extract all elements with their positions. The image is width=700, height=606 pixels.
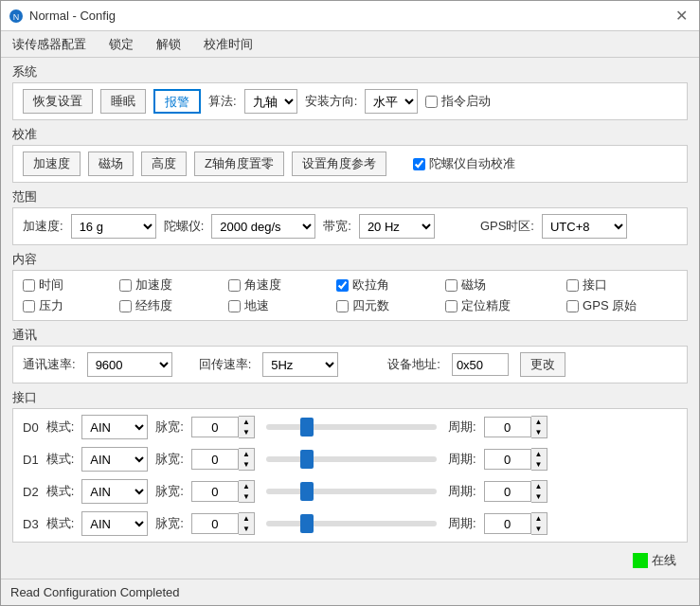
baud-label: 通讯速率: — [23, 356, 76, 373]
d1-slider-thumb[interactable] — [300, 450, 314, 469]
d1-pulse-up[interactable]: ▲ — [239, 449, 254, 459]
return-select[interactable]: 5Hz10Hz50Hz100Hz — [262, 352, 338, 377]
d2-mode-select[interactable]: AINDINDOUTPWM — [81, 479, 148, 504]
cb-accel: 加速度 — [119, 276, 213, 294]
d1-period-spinner-btns: ▲ ▼ — [531, 448, 547, 471]
d3-mode-select[interactable]: AINDINDOUTPWM — [81, 511, 148, 536]
baud-select[interactable]: 960011520057600 — [87, 352, 172, 377]
algorithm-select[interactable]: 九轴 六轴 三轴 — [244, 89, 297, 114]
d0-mode-select[interactable]: AINDINDOUTPWM — [81, 415, 148, 439]
d1-mode-select[interactable]: AINDINDOUTPWM — [81, 447, 148, 472]
cb-accuracy: 定位精度 — [445, 297, 551, 314]
menu-calibrate-time[interactable]: 校准时间 — [200, 34, 257, 55]
calib-row: 加速度 磁场 高度 Z轴角度置零 设置角度参考 陀螺仪自动校准 — [23, 152, 677, 176]
d0-pulse-up[interactable]: ▲ — [239, 417, 254, 427]
d3-pulse-up[interactable]: ▲ — [239, 513, 254, 524]
d0-slider-thumb[interactable] — [300, 418, 314, 437]
d0-slider-track[interactable] — [266, 424, 437, 430]
alarm-btn[interactable]: 报警 — [153, 89, 201, 114]
d2-period-down[interactable]: ▼ — [531, 491, 547, 502]
d0-pulse-input[interactable] — [191, 417, 239, 437]
title-bar-left: N Normal - Config — [9, 9, 116, 24]
online-label: 在线 — [652, 552, 676, 569]
io-label: 接口 — [12, 389, 37, 406]
d1-period-up[interactable]: ▲ — [531, 449, 547, 459]
d2-pulse-spinner: ▲ ▼ — [191, 480, 255, 503]
restore-btn[interactable]: 恢复设置 — [23, 89, 93, 114]
d3-period-input[interactable] — [484, 513, 531, 534]
calib-accel-btn[interactable]: 加速度 — [23, 152, 81, 176]
d1-pulse-input[interactable] — [191, 449, 239, 470]
gps-select[interactable]: UTC+8UTC+0UTC-5 — [542, 214, 627, 239]
d3-period-up[interactable]: ▲ — [531, 513, 547, 524]
d1-period-spinner: ▲ ▼ — [484, 448, 547, 471]
calib-label: 校准 — [12, 126, 37, 143]
cb-gps-raw-input[interactable] — [566, 300, 579, 312]
d2-pulse-down[interactable]: ▼ — [239, 491, 254, 502]
d2-period-up[interactable]: ▲ — [531, 481, 547, 491]
cb-time-input[interactable] — [23, 279, 35, 292]
d3-period-down[interactable]: ▼ — [531, 524, 547, 534]
d2-pulse-input[interactable] — [191, 481, 239, 502]
d2-period-label: 周期: — [448, 483, 476, 500]
d1-slider-track[interactable] — [266, 456, 437, 462]
d1-mode-label: 模式: — [46, 451, 75, 468]
auto-calib-checkbox[interactable] — [413, 158, 425, 170]
d3-slider-thumb[interactable] — [300, 514, 314, 533]
gyro-select[interactable]: 2000 deg/s1000 deg/s500 deg/s — [211, 214, 315, 239]
cb-mag: 磁场 — [445, 276, 551, 294]
svg-text:N: N — [13, 12, 20, 22]
cb-groundspeed-input[interactable] — [228, 300, 241, 312]
calib-height-btn[interactable]: 高度 — [141, 152, 187, 176]
d2-slider-track[interactable] — [266, 489, 437, 494]
cb-angular: 角速度 — [228, 276, 322, 294]
d3-pulse-label: 脉宽: — [155, 515, 184, 532]
range-label: 范围 — [12, 188, 37, 205]
d1-period-down[interactable]: ▼ — [531, 459, 547, 470]
cb-angular-input[interactable] — [228, 279, 241, 292]
d3-pulse-input[interactable] — [191, 513, 239, 534]
d3-slider-track[interactable] — [266, 521, 437, 526]
io-row-d1: D1 模式: AINDINDOUTPWM 脉宽: ▲ ▼ 周期: — [23, 447, 677, 472]
sleep-btn[interactable]: 睡眠 — [100, 89, 146, 114]
d0-pulse-down[interactable]: ▼ — [239, 427, 254, 437]
d2-slider-thumb[interactable] — [300, 482, 314, 501]
cb-port-input[interactable] — [566, 279, 579, 292]
cmd-start-label: 指令启动 — [441, 93, 491, 110]
main-window: N Normal - Config ✕ 读传感器配置 锁定 解锁 校准时间 系统… — [0, 0, 700, 606]
cb-quaternion-input[interactable] — [336, 300, 349, 312]
direction-select[interactable]: 水平 垂直 — [365, 89, 418, 114]
menu-lock[interactable]: 锁定 — [105, 34, 137, 55]
calib-z-zero-btn[interactable]: Z轴角度置零 — [194, 152, 284, 176]
cb-mag-input[interactable] — [445, 279, 458, 292]
d2-period-input[interactable] — [484, 481, 531, 502]
d1-period-input[interactable] — [484, 449, 531, 470]
close-button[interactable]: ✕ — [672, 7, 691, 25]
cmd-start-checkbox[interactable] — [425, 96, 438, 108]
cb-euler-input[interactable] — [336, 279, 349, 292]
cb-accel-input[interactable] — [119, 279, 132, 292]
calib-section-title: 校准 — [12, 126, 688, 143]
d0-pulse-spinner: ▲ ▼ — [191, 416, 255, 438]
cb-lonlat-input[interactable] — [119, 300, 132, 312]
cb-accuracy-input[interactable] — [445, 300, 458, 312]
d3-pulse-down[interactable]: ▼ — [239, 524, 254, 534]
d0-mode-label: 模式: — [46, 419, 75, 436]
cb-pressure-input[interactable] — [23, 300, 35, 312]
addr-input[interactable] — [452, 353, 509, 376]
addr-label: 设备地址: — [387, 356, 440, 373]
d0-period-down[interactable]: ▼ — [531, 427, 547, 437]
d0-period-input[interactable] — [484, 417, 531, 437]
d0-period-up[interactable]: ▲ — [531, 417, 547, 427]
d2-pulse-up[interactable]: ▲ — [239, 481, 254, 491]
calib-set-angle-btn[interactable]: 设置角度参考 — [292, 152, 386, 176]
bandwidth-select[interactable]: 20 Hz10 Hz50 Hz — [359, 214, 435, 239]
menu-read-sensor[interactable]: 读传感器配置 — [9, 34, 90, 55]
d0-pulse-spinner-btns: ▲ ▼ — [239, 416, 255, 438]
change-addr-btn[interactable]: 更改 — [520, 352, 565, 377]
d1-pulse-down[interactable]: ▼ — [239, 459, 254, 470]
calib-mag-btn[interactable]: 磁场 — [88, 152, 134, 176]
menu-unlock[interactable]: 解锁 — [153, 34, 185, 55]
accel-select[interactable]: 16 g8 g4 g2 g — [71, 214, 156, 239]
status-text: Read Configuration Completed — [10, 585, 180, 599]
